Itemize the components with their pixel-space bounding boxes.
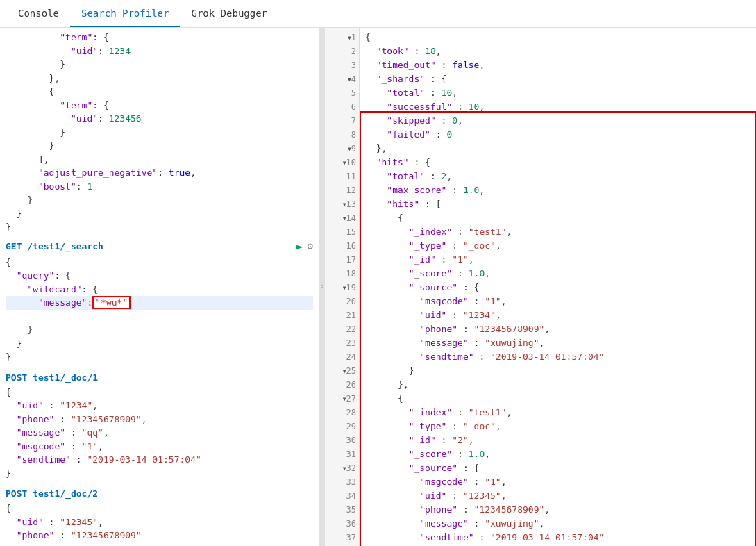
ln-34: 34	[325, 489, 359, 503]
json-line-1: {	[365, 31, 750, 44]
json-line-4: "_shards" : {	[365, 72, 750, 86]
json-line-14: {	[365, 211, 750, 225]
json-line-20: "msgcode" : "1",	[365, 295, 750, 308]
json-line-11: "total" : 2,	[365, 169, 750, 183]
ln-6: 6	[325, 100, 359, 114]
ln-23: 23	[325, 336, 359, 350]
ln-12: 12	[325, 183, 359, 197]
top-nav: Console Search Profiler Grok Debugger	[0, 0, 756, 28]
ln-3: 3	[325, 58, 359, 72]
request-line-post2[interactable]: POST test1/_doc/2	[0, 486, 319, 502]
ln-28: 28	[325, 406, 359, 420]
json-line-3: "timed_out" : false,	[365, 58, 750, 72]
ln-15: 15	[325, 225, 359, 239]
ln-20: 20	[325, 295, 359, 308]
json-line-32: "_source" : {	[365, 461, 750, 475]
ln-10: ▼ 10	[325, 156, 359, 169]
ln-24: 24	[325, 350, 359, 364]
method-path-post2: POST test1/_doc/2	[6, 488, 98, 499]
json-line-23: "message" : "xuwujing",	[365, 336, 750, 350]
request-line-post1[interactable]: POST test1/_doc/1	[0, 370, 319, 386]
ln-19: ▼ 19	[325, 281, 359, 295]
json-line-15: "_index" : "test1",	[365, 225, 750, 239]
line-numbers-container: ▼ 1 2 3 ▼ 4 5 6 7 8 ▼ 9 ▼ 10 11 12 ▼ 13 …	[325, 28, 756, 546]
ln-29: 29	[325, 420, 359, 433]
json-line-30: "_id" : "2",	[365, 433, 750, 447]
request-block-get: GET /test1/_search ► ⚙ { "query": { "wil…	[0, 234, 319, 367]
ln-9: ▼ 9	[325, 142, 359, 156]
ln-35: 35	[325, 503, 359, 517]
json-line-27: {	[365, 392, 750, 406]
json-line-26: },	[365, 378, 750, 392]
json-line-5: "total" : 10,	[365, 86, 750, 100]
ln-8: 8	[325, 128, 359, 142]
left-panel: "term": { "uid": 1234 } }, { "term": { "…	[0, 28, 319, 546]
ln-14: ▼ 14	[325, 211, 359, 225]
json-line-16: "_type" : "_doc",	[365, 239, 750, 253]
json-line-7: "skipped" : 0,	[365, 114, 750, 128]
json-line-24: "sendtime" : "2019-03-14 01:57:04"	[365, 350, 750, 364]
ln-fold-1[interactable]: ▼	[348, 35, 351, 41]
json-line-21: "uid" : "1234",	[365, 308, 750, 322]
json-line-13: "hits" : [	[365, 197, 750, 211]
ln-5: 5	[325, 86, 359, 100]
tab-search-profiler[interactable]: Search Profiler	[70, 1, 180, 27]
tab-grok-debugger[interactable]: Grok Debugger	[180, 1, 278, 27]
main-container: "term": { "uid": 1234 } }, { "term": { "…	[0, 28, 756, 546]
get-body: { "query": { "wildcard": { "message":"*w…	[0, 256, 319, 364]
request-block-post2: POST test1/_doc/2 { "uid" : "12345", "ph…	[0, 483, 319, 545]
json-line-31: "_score" : 1.0,	[365, 447, 750, 461]
json-line-6: "successful" : 10,	[365, 100, 750, 114]
ln-26: 26	[325, 378, 359, 392]
post2-body: { "uid" : "12345", "phone" : "1234567890…	[0, 502, 319, 543]
ln-36: 36	[325, 517, 359, 531]
play-button-get[interactable]: ►	[296, 240, 303, 253]
ln-25: ▼ 25	[325, 364, 359, 378]
ln-7: 7	[325, 114, 359, 128]
wrench-icon-get[interactable]: ⚙	[308, 240, 313, 251]
ln-37: 37	[325, 531, 359, 545]
ln-fold-14[interactable]: ▼	[343, 215, 346, 222]
ln-fold-19[interactable]: ▼	[343, 285, 346, 291]
ln-fold-9[interactable]: ▼	[348, 146, 351, 152]
ln-fold-32[interactable]: ▼	[343, 465, 346, 472]
ln-fold-25[interactable]: ▼	[343, 368, 346, 374]
ln-fold-10[interactable]: ▼	[343, 160, 346, 166]
json-line-8: "failed" : 0	[365, 128, 750, 142]
ln-1: ▼ 1	[325, 31, 359, 44]
json-line-33: "msgcode" : "1",	[365, 475, 750, 489]
ln-21: 21	[325, 308, 359, 322]
json-line-19: "_source" : {	[365, 281, 750, 295]
ln-fold-13[interactable]: ▼	[343, 201, 346, 208]
json-line-9: },	[365, 142, 750, 156]
method-path-post1: POST test1/_doc/1	[6, 372, 98, 383]
ln-4: ▼ 4	[325, 72, 359, 86]
tab-console[interactable]: Console	[7, 1, 70, 27]
json-line-35: "phone" : "12345678909",	[365, 503, 750, 517]
ln-18: 18	[325, 267, 359, 281]
ln-2: 2	[325, 44, 359, 58]
json-line-18: "_score" : 1.0,	[365, 267, 750, 281]
json-fragment-top: "term": { "uid": 1234 } }, { "term": { "…	[0, 31, 319, 234]
request-line-get[interactable]: GET /test1/_search ► ⚙	[0, 237, 319, 256]
ln-31: 31	[325, 447, 359, 461]
json-line-2: "took" : 18,	[365, 44, 750, 58]
json-line-17: "_id" : "1",	[365, 253, 750, 267]
json-line-28: "_index" : "test1",	[365, 406, 750, 420]
ln-27: ▼ 27	[325, 392, 359, 406]
json-line-12: "max_score" : 1.0,	[365, 183, 750, 197]
ln-13: ▼ 13	[325, 197, 359, 211]
json-line-10: "hits" : {	[365, 156, 750, 169]
ln-32: ▼ 32	[325, 461, 359, 475]
request-block-post1: POST test1/_doc/1 { "uid" : "1234", "pho…	[0, 367, 319, 483]
ln-fold-4[interactable]: ▼	[348, 76, 351, 83]
line-numbers: ▼ 1 2 3 ▼ 4 5 6 7 8 ▼ 9 ▼ 10 11 12 ▼ 13 …	[325, 28, 360, 546]
ln-fold-27[interactable]: ▼	[343, 396, 346, 402]
ln-30: 30	[325, 433, 359, 447]
method-path-get: GET /test1/_search	[6, 241, 103, 251]
json-line-25: }	[365, 364, 750, 378]
right-panel: ▼ 1 2 3 ▼ 4 5 6 7 8 ▼ 9 ▼ 10 11 12 ▼ 13 …	[325, 28, 756, 546]
ln-11: 11	[325, 169, 359, 183]
panel-divider[interactable]: ⋮	[319, 28, 325, 546]
json-content: { "took" : 18, "timed_out" : false, "_sh…	[360, 28, 756, 546]
